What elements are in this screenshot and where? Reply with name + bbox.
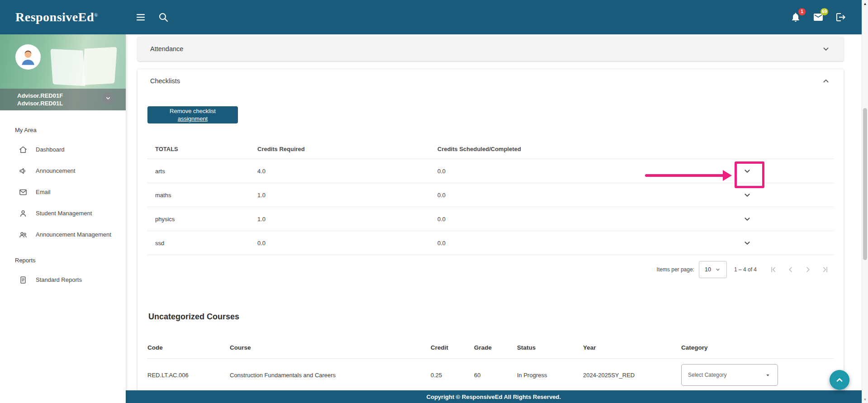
vertical-scrollbar[interactable]: ▲ ▼ <box>862 0 868 403</box>
sidebar-item-label: Dashboard <box>36 146 65 153</box>
app-logo: ResponsiveEd® <box>15 10 98 24</box>
cell-required: 1.0 <box>257 216 437 223</box>
sidebar-item-student-management[interactable]: Student Management <box>0 203 126 224</box>
avatar-person-icon <box>18 47 38 67</box>
chevron-down-icon <box>742 238 752 248</box>
table-row: ssd 0.0 0.0 <box>147 231 834 255</box>
sidebar-item-standard-reports[interactable]: Standard Reports <box>0 269 126 290</box>
topbar-actions: 1 69 <box>787 8 862 26</box>
profile-background-art <box>82 47 117 85</box>
column-header-category: Category <box>681 344 834 351</box>
student-icon <box>19 209 28 218</box>
profile-background-art <box>50 49 85 86</box>
column-header-credit: Credit <box>431 344 474 351</box>
items-per-page-select[interactable]: 10 <box>699 261 727 278</box>
cell-required: 1.0 <box>257 192 437 199</box>
cell-required: 4.0 <box>257 168 437 175</box>
sidebar-item-announcement-management[interactable]: Announcement Management <box>0 224 126 245</box>
sidebar-item-label: Student Management <box>36 210 92 217</box>
cell-completed: 0.0 <box>437 240 834 247</box>
announcement-icon <box>19 166 28 175</box>
checklists-panel-header[interactable]: Checklists <box>138 69 844 93</box>
totals-table-header: TOTALS Credits Required Credits Schedule… <box>147 139 834 159</box>
home-icon <box>19 145 28 154</box>
chevron-up-icon <box>834 375 845 385</box>
scroll-to-top-button[interactable] <box>830 370 849 390</box>
report-icon <box>19 275 28 284</box>
remove-checklist-assignment-button[interactable]: Remove checklist assignment <box>147 106 238 123</box>
sidebar-item-email[interactable]: Email <box>0 181 126 203</box>
cell-credit: 0.25 <box>431 372 474 379</box>
column-header-code: Code <box>147 344 230 351</box>
sidebar: Advisor.RED01F Advisor.RED01L My Area Da… <box>0 34 126 403</box>
sidebar-item-label: Standard Reports <box>36 276 82 283</box>
column-header-year: Year <box>583 344 681 351</box>
mail-button[interactable]: 69 <box>809 8 827 26</box>
sidebar-item-announcement[interactable]: Announcement <box>0 160 126 181</box>
items-per-page-value: 10 <box>705 266 711 273</box>
column-header-course: Course <box>230 344 431 351</box>
attendance-panel-header[interactable]: Attendance <box>138 37 844 61</box>
cell-required: 0.0 <box>257 240 437 247</box>
column-header-credits-scheduled: Credits Scheduled/Completed <box>437 146 834 152</box>
sidebar-section-reports: Reports <box>15 257 126 264</box>
next-page-button[interactable] <box>799 261 816 278</box>
scrollbar-up-arrow[interactable]: ▲ <box>862 0 868 7</box>
cell-category: physics <box>155 216 257 223</box>
email-icon <box>19 188 28 197</box>
group-icon <box>19 230 28 239</box>
table-row: maths 1.0 0.0 <box>147 183 834 207</box>
hamburger-icon <box>135 12 146 23</box>
row-expand-button[interactable] <box>740 236 754 250</box>
column-header-credits-required: Credits Required <box>257 146 437 152</box>
sidebar-item-label: Email <box>36 189 51 195</box>
chevron-down-icon <box>715 266 721 273</box>
table-row: arts 4.0 0.0 <box>147 159 834 183</box>
footer: Copyright © ResponsiveEd All Rights Rese… <box>126 390 862 403</box>
cell-course: Construction Fundamentals and Careers <box>230 372 431 379</box>
cell-year: 2024-2025SY_RED <box>583 372 681 379</box>
first-page-button[interactable] <box>765 261 782 278</box>
sidebar-section-my-area: My Area <box>15 127 126 133</box>
column-header-totals: TOTALS <box>155 146 257 152</box>
chevron-left-icon <box>786 265 796 275</box>
profile-expand-button[interactable] <box>102 92 114 104</box>
search-button[interactable] <box>154 8 172 26</box>
row-expand-button[interactable] <box>740 188 754 202</box>
previous-page-button[interactable] <box>782 261 799 278</box>
last-page-button[interactable] <box>816 261 834 278</box>
row-expand-button[interactable] <box>740 164 754 178</box>
cell-grade: 60 <box>474 372 517 379</box>
logout-icon <box>835 12 846 23</box>
table-row: RED.LT.AC.006 Construction Fundamentals … <box>147 359 834 390</box>
uncategorized-courses-title: Uncategorized Courses <box>148 312 844 322</box>
notification-badge: 1 <box>798 8 806 15</box>
chevron-up-icon <box>821 76 831 86</box>
remove-button-line1: Remove checklist <box>170 108 216 114</box>
notifications-button[interactable]: 1 <box>787 8 805 26</box>
uncategorized-courses-table: Code Course Credit Grade Status Year Cat… <box>147 337 834 390</box>
column-header-status: Status <box>517 344 583 351</box>
column-header-grade: Grade <box>474 344 517 351</box>
cell-category: arts <box>155 168 257 175</box>
main-content: Attendance Checklists Remove checklist a… <box>126 34 862 390</box>
cell-completed: 0.0 <box>437 192 834 199</box>
logout-button[interactable] <box>832 8 850 26</box>
chevron-down-icon <box>742 214 752 224</box>
category-select[interactable]: Select Category <box>681 364 778 386</box>
row-expand-button[interactable] <box>740 212 754 226</box>
checklists-title: Checklists <box>150 77 180 85</box>
trademark-symbol: ® <box>94 12 98 18</box>
first-page-icon <box>768 265 778 275</box>
menu-toggle-button[interactable] <box>132 8 150 26</box>
sidebar-item-label: Announcement Management <box>36 231 111 238</box>
totals-table: TOTALS Credits Required Credits Schedule… <box>147 139 834 255</box>
avatar <box>15 44 41 70</box>
scrollbar-thumb[interactable] <box>863 108 867 260</box>
category-select-value: Select Category <box>688 372 726 378</box>
sidebar-item-dashboard[interactable]: Dashboard <box>0 139 126 160</box>
scrollbar-down-arrow[interactable]: ▼ <box>862 396 868 403</box>
search-icon <box>158 12 169 23</box>
chevron-down-icon <box>104 95 112 102</box>
table-row: physics 1.0 0.0 <box>147 207 834 231</box>
